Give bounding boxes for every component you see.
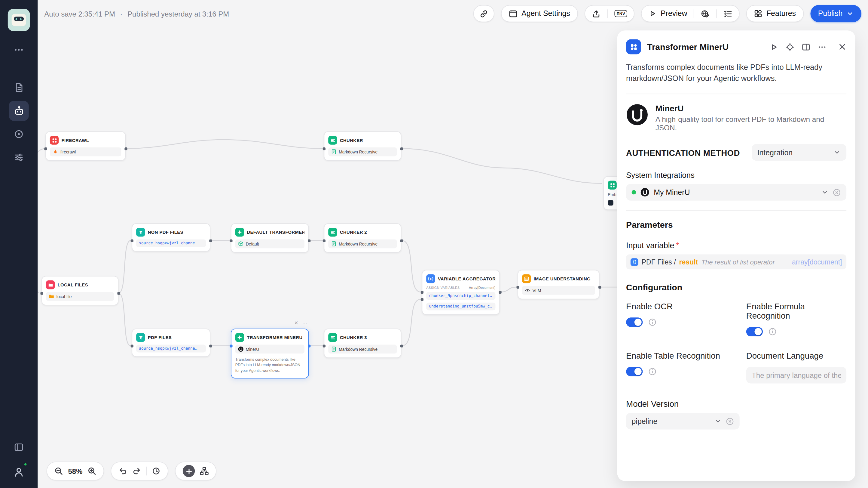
- history-button[interactable]: [152, 467, 160, 476]
- sidebar-item-agents[interactable]: [9, 101, 29, 121]
- sidebar-item-filters[interactable]: [9, 147, 29, 167]
- node-close-icon[interactable]: ✕: [294, 321, 299, 326]
- eye-icon: [525, 288, 530, 293]
- required-asterisk: *: [676, 241, 679, 250]
- filter-icon: [136, 333, 145, 342]
- checklist-button[interactable]: [717, 5, 739, 21]
- node-non-pdf-files[interactable]: NON PDF FILESsource_hsqpxwjvzl_channe…: [132, 223, 210, 252]
- variables-type-label: Array[Document]: [469, 286, 495, 289]
- enable-ocr-toggle[interactable]: [626, 317, 643, 327]
- preview-button[interactable]: Preview: [642, 5, 694, 21]
- integration-select[interactable]: My MinerU: [626, 184, 846, 200]
- panel-toggle-icon: [14, 442, 24, 452]
- node-chunker-2[interactable]: CHUNKER 2Markdown Recursive: [324, 223, 401, 253]
- node-value-row: source_hsqpxwjvzl_channe…: [136, 345, 206, 353]
- separator-dot: ·: [120, 10, 123, 18]
- zoom-out-icon: [54, 467, 63, 476]
- columns-icon: [802, 42, 810, 51]
- node-chunker[interactable]: CHUNKERMarkdown Recursive: [324, 132, 401, 161]
- publish-button[interactable]: Publish: [810, 5, 861, 22]
- history-controls: [111, 461, 168, 481]
- clear-icon[interactable]: [726, 417, 734, 425]
- transform-icon: [235, 333, 244, 342]
- node-value: source_hsqpxwjvzl_channe…: [139, 241, 197, 246]
- undo-button[interactable]: [118, 467, 127, 476]
- more-options-button[interactable]: [817, 42, 826, 51]
- sliders-icon: [14, 152, 24, 163]
- node-value: Default: [246, 241, 259, 247]
- node-title: DEFAULT TRANSFORMER: [247, 230, 305, 235]
- more-icon: [14, 45, 24, 55]
- node-firecrawl[interactable]: FIRECRAWLfirecrawl: [45, 132, 126, 161]
- node-transformer-mineru[interactable]: TRANSFORMER MINERUMinerUTransforms compl…: [231, 328, 309, 378]
- node-title: FIRECRAWL: [61, 138, 89, 143]
- env-icon: ENV: [614, 10, 627, 17]
- document-language-input[interactable]: [746, 367, 846, 383]
- focus-node-button[interactable]: [786, 42, 794, 51]
- node-default-transformer[interactable]: DEFAULT TRANSFORMERDefault: [231, 223, 309, 253]
- sidebar-panel-toggle[interactable]: [9, 438, 29, 456]
- copy-link-button[interactable]: [473, 5, 494, 22]
- info-icon[interactable]: [768, 328, 777, 336]
- transformer-node-icon: [626, 39, 641, 54]
- node-image-understanding[interactable]: IMAGE UNDERSTANDINGVLM: [518, 270, 599, 299]
- mineru-logo: [626, 104, 648, 126]
- auth-method-select[interactable]: Integration: [752, 144, 846, 161]
- close-panel-button[interactable]: [838, 43, 847, 51]
- split-view-button[interactable]: [802, 42, 810, 51]
- enable-formula-recognition-toggle[interactable]: [746, 327, 763, 336]
- document-language-label: Document Language: [746, 351, 846, 360]
- run-node-button[interactable]: [769, 42, 778, 51]
- node-chunker-3[interactable]: CHUNKER 3Markdown Recursive: [324, 328, 401, 358]
- node-value-row: source_hsqpxwjvzl_channe…: [136, 239, 206, 247]
- person-icon: [13, 467, 24, 478]
- model-version-select[interactable]: pipeline: [626, 413, 740, 429]
- divider: [626, 93, 846, 94]
- info-icon[interactable]: [648, 318, 657, 326]
- web-edit-button[interactable]: [694, 5, 716, 21]
- node-title: CHUNKER 2: [340, 230, 367, 235]
- checklist-icon: [724, 9, 733, 18]
- system-integrations-label: System Integrations: [626, 171, 846, 179]
- image-icon: [522, 275, 531, 283]
- agent-settings-label: Agent Settings: [522, 9, 570, 18]
- list-operator-icon: {}: [630, 258, 639, 266]
- tool-subtitle: A high-quality tool for convert PDF to M…: [655, 115, 846, 132]
- env-button[interactable]: ENV: [608, 5, 634, 21]
- zoom-in-button[interactable]: [88, 467, 96, 476]
- node-local-files[interactable]: LOCAL FILESlocal-file: [41, 276, 118, 305]
- tree-layout-icon: [200, 467, 209, 476]
- chunk-icon: [328, 333, 337, 342]
- enable-table-recognition-toggle[interactable]: [626, 367, 643, 376]
- node-more-icon[interactable]: ⋯: [302, 321, 307, 326]
- auto-layout-button[interactable]: [200, 467, 209, 476]
- sidebar-item-target[interactable]: [9, 124, 29, 144]
- chevron-down-icon: [714, 417, 722, 425]
- preview-group: Preview: [641, 5, 740, 22]
- app-logo[interactable]: [8, 9, 30, 31]
- node-pdf-files[interactable]: PDF FILESsource_hsqpxwjvzl_channe…: [132, 328, 210, 357]
- history-icon: [152, 467, 160, 476]
- tool-name: MinerU: [655, 104, 846, 113]
- sidebar-more-button[interactable]: [9, 41, 29, 59]
- auth-method-label: AUTHENTICATION METHOD: [626, 148, 740, 157]
- node-value-row: Markdown Recursive: [328, 147, 397, 156]
- mineru-icon: [238, 346, 243, 352]
- node-variable-aggregator[interactable]: {x}VARIABLE AGGREGATORASSIGN VARIABLESAr…: [422, 270, 500, 315]
- redo-button[interactable]: [132, 467, 141, 476]
- topbar: Auto save 2:35:41 PM · Published yesterd…: [37, 0, 868, 28]
- agent-settings-button[interactable]: Agent Settings: [501, 5, 578, 22]
- export-button[interactable]: [585, 5, 608, 21]
- info-icon[interactable]: [648, 367, 657, 376]
- sidebar-item-documents[interactable]: [9, 78, 29, 97]
- flame-icon: [53, 149, 58, 154]
- app: FIRECRAWLfirecrawlCHUNKERMarkdown Recurs…: [0, 0, 868, 488]
- input-variable-value[interactable]: {} PDF Files / result The result of list…: [626, 254, 846, 269]
- add-node-button[interactable]: [183, 465, 195, 477]
- cube-icon: [238, 241, 243, 247]
- clear-icon[interactable]: [833, 188, 841, 197]
- zoom-out-button[interactable]: [54, 467, 63, 476]
- user-avatar[interactable]: [10, 464, 27, 481]
- features-button[interactable]: Features: [747, 5, 804, 22]
- node-title: VARIABLE AGGREGATOR: [438, 276, 496, 281]
